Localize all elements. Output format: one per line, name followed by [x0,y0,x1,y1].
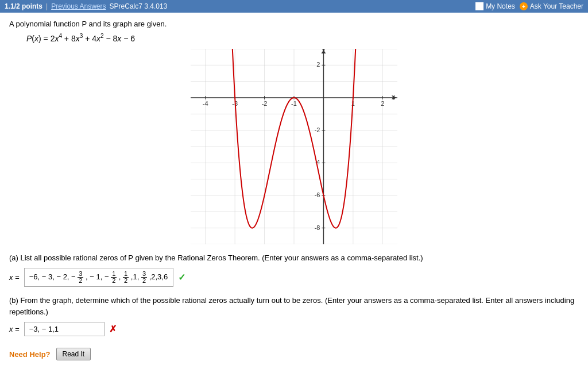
top-bar: 1.1/2 points | Previous Answers SPreCalc… [0,0,588,13]
part-b-xmark: ✗ [109,324,117,335]
top-bar-left: 1.1/2 points | Previous Answers SPreCalc… [5,2,167,10]
part-a-label: (a) List all possible rational zeros of … [9,252,579,264]
fraction-3-2-neg: 3 2 [78,271,83,284]
x-equals-b: x = [9,325,20,333]
part-a-checkmark: ✓ [178,272,185,283]
part-b-label: (b) From the graph, determine which of t… [9,295,579,317]
part-a-answer-row: x = −6, − 3, − 2, − 3 2 , − 1, − 1 2 , 1… [9,268,579,287]
need-help-section: Need Help? Read It [9,348,579,360]
fraction-3-2-pos: 3 2 [141,271,147,284]
function-graph [191,49,397,244]
x-equals-a: x = [9,273,20,282]
function-label: P [26,34,32,43]
my-notes-label: My Notes [486,2,515,10]
fraction-1-2-neg: 1 2 [111,271,117,284]
previous-answers-link[interactable]: Previous Answers [51,2,106,10]
read-it-button[interactable]: Read It [56,348,91,360]
graph-area [191,49,397,244]
my-notes-button[interactable]: My Notes [475,2,515,10]
part-b-answer-row: x = −3, − 1,1 ✗ [9,322,579,336]
fraction-1-2-pos: 1 2 [123,271,129,284]
plus-icon: + [520,2,528,10]
ask-teacher-button[interactable]: + Ask Your Teacher [520,2,583,10]
need-help-label: Need Help? [9,350,51,359]
graph-container [9,49,579,244]
main-content: A polynomial function P and its graph ar… [0,13,588,367]
part-b-section: (b) From the graph, determine which of t… [9,295,579,336]
part-a-answer-box[interactable]: −6, − 3, − 2, − 3 2 , − 1, − 1 2 , 1 2 ,… [24,268,173,287]
notes-icon [475,2,483,10]
problem-id: SPreCalc7 3.4.013 [110,2,168,10]
function-expression: P(x) = 2x4 + 8x3 + 4x2 − 8x − 6 [26,33,579,43]
top-bar-right: My Notes + Ask Your Teacher [475,2,583,10]
ask-teacher-label: Ask Your Teacher [530,2,583,10]
points-badge: 1.1/2 points [5,2,42,10]
problem-statement: A polynomial function P and its graph ar… [9,20,579,28]
part-b-answer-box[interactable]: −3, − 1,1 [24,322,105,336]
function-var: x [34,34,38,43]
separator: | [46,2,48,10]
